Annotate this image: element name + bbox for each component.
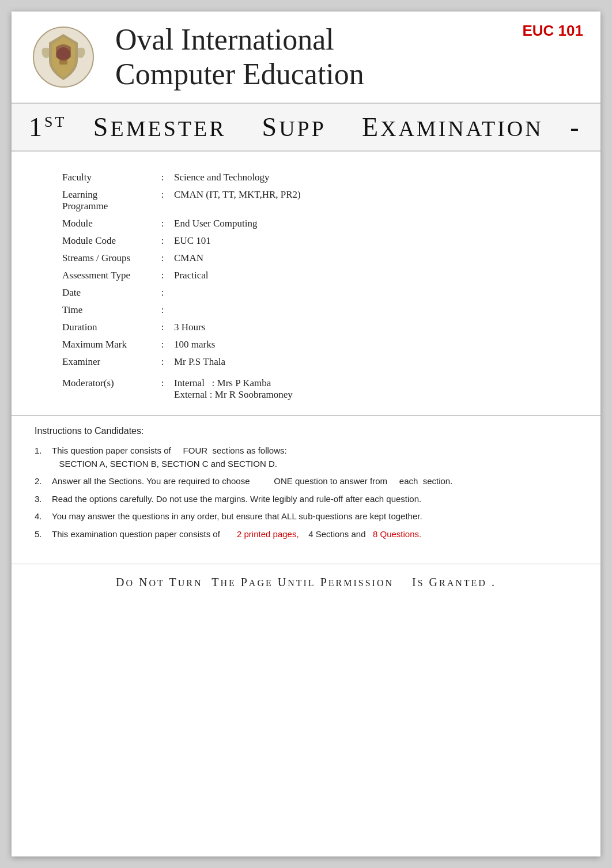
label-assessment: Assessment Type <box>58 267 156 284</box>
svg-rect-2 <box>59 60 67 65</box>
header-section: EUC 101 Oval International Computer Educ… <box>12 12 600 104</box>
instruction-text-5: This examination question paper consists… <box>52 528 577 541</box>
table-row: Date : <box>58 284 566 301</box>
table-row: Time : <box>58 301 566 319</box>
table-row: Module Code : EUC 101 <box>58 232 566 250</box>
value-assessment: Practical <box>169 267 566 284</box>
label-module-code: Module Code <box>58 232 156 250</box>
instruction-text-1: This question paper consists of FOUR sec… <box>52 444 577 470</box>
label-streams: Streams / Groups <box>58 250 156 267</box>
info-section: Faculty : Science and Technology Learnin… <box>12 152 600 415</box>
value-duration: 3 Hours <box>169 319 566 336</box>
value-max-mark: 100 marks <box>169 336 566 353</box>
table-row: Faculty : Science and Technology <box>58 169 566 186</box>
footer-section: DO NOT TURN THE PAGE UNTIL PERMISSION IS… <box>12 564 600 601</box>
label-moderator: Moderator(s) <box>58 371 156 403</box>
highlight-printed-pages: 2 printed pages, <box>237 529 299 539</box>
instruction-item-4: 4. You may answer the questions in any o… <box>35 510 577 523</box>
page: EUC 101 Oval International Computer Educ… <box>12 12 600 856</box>
logo-area <box>29 22 98 92</box>
semester-bar: 1ST SEMESTER SUPP EXAMINATION - <box>12 104 600 152</box>
info-table: Faculty : Science and Technology Learnin… <box>58 169 566 403</box>
semester-title: 1ST SEMESTER SUPP EXAMINATION - <box>29 112 581 142</box>
instruction-num-1: 1. <box>35 444 52 470</box>
label-duration: Duration <box>58 319 156 336</box>
value-module-code: EUC 101 <box>169 232 566 250</box>
table-row: Assessment Type : Practical <box>58 267 566 284</box>
label-max-mark: Maximum Mark <box>58 336 156 353</box>
footer-text: DO NOT TURN THE PAGE UNTIL PERMISSION IS… <box>35 576 577 589</box>
instruction-num-2: 2. <box>35 475 52 488</box>
instruction-num-4: 4. <box>35 510 52 523</box>
highlight-questions: 8 Questions. <box>373 529 421 539</box>
value-examiner: Mr P.S Thala <box>169 353 566 371</box>
euc-code-badge: EUC 101 <box>523 22 584 40</box>
label-learning: LearningProgramme <box>58 186 156 215</box>
instructions-section: Instructions to Candidates: 1. This ques… <box>12 415 600 541</box>
table-row: Module : End User Computing <box>58 215 566 232</box>
table-row: Moderator(s) : Internal : Mrs P Kamba Ex… <box>58 371 566 403</box>
value-date <box>169 284 566 301</box>
instruction-item-3: 3. Read the options carefully. Do not us… <box>35 493 577 506</box>
label-examiner: Examiner <box>58 353 156 371</box>
table-row: Streams / Groups : CMAN <box>58 250 566 267</box>
instruction-text-2: Answer all the Sections. You are require… <box>52 475 577 488</box>
instruction-item-5: 5. This examination question paper consi… <box>35 528 577 541</box>
institution-name: Oval International Computer Education <box>115 22 364 92</box>
table-row: Duration : 3 Hours <box>58 319 566 336</box>
instruction-item-1: 1. This question paper consists of FOUR … <box>35 444 577 470</box>
table-row: LearningProgramme : CMAN (IT, TT, MKT,HR… <box>58 186 566 215</box>
label-faculty: Faculty <box>58 169 156 186</box>
instructions-title: Instructions to Candidates: <box>35 426 577 436</box>
table-row: Maximum Mark : 100 marks <box>58 336 566 353</box>
value-streams: CMAN <box>169 250 566 267</box>
value-time <box>169 301 566 319</box>
value-faculty: Science and Technology <box>169 169 566 186</box>
value-module: End User Computing <box>169 215 566 232</box>
instruction-text-4: You may answer the questions in any orde… <box>52 510 577 523</box>
institution-logo <box>32 25 95 89</box>
label-time: Time <box>58 301 156 319</box>
label-date: Date <box>58 284 156 301</box>
value-learning: CMAN (IT, TT, MKT,HR, PR2) <box>169 186 566 215</box>
instruction-text-3: Read the options carefully. Do not use t… <box>52 493 577 506</box>
instruction-num-5: 5. <box>35 528 52 541</box>
label-module: Module <box>58 215 156 232</box>
table-row: Examiner : Mr P.S Thala <box>58 353 566 371</box>
instruction-item-2: 2. Answer all the Sections. You are requ… <box>35 475 577 488</box>
instruction-num-3: 3. <box>35 493 52 506</box>
value-moderator: Internal : Mrs P Kamba External : Mr R S… <box>169 371 566 403</box>
